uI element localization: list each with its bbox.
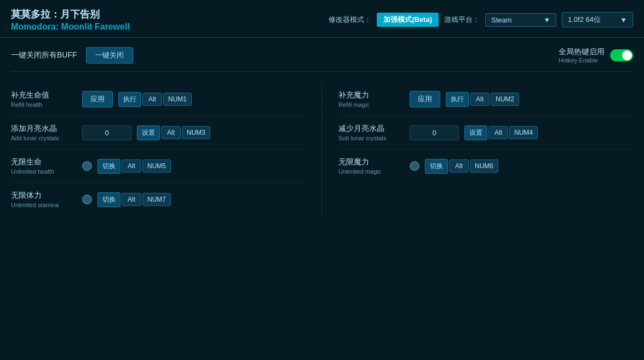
unlimited-magic-en: Unlimited magic <box>338 168 404 175</box>
add-lunar-input[interactable] <box>82 125 131 140</box>
refill-magic-label: 补充魔力 Refill magic <box>338 90 404 108</box>
platform-select[interactable]: Steam ▼ <box>485 13 556 27</box>
content: 一键关闭所有BUFF 一键关闭 全局热键启用 Hotkey Enable 补充生… <box>0 38 644 225</box>
option-refill-magic: 补充魔力 Refill magic 应用 执行 Alt NUM2 <box>338 83 633 116</box>
top-bar: 一键关闭所有BUFF 一键关闭 全局热键启用 Hotkey Enable <box>11 47 633 72</box>
platform-value: Steam <box>491 16 512 24</box>
platform-chevron-icon: ▼ <box>543 16 550 24</box>
option-sub-lunar: 减少月亮水晶 Sub lunar crystals 设置 Alt NUM4 <box>338 116 633 150</box>
refill-health-label: 补充生命值 Refill health <box>11 90 77 108</box>
mode-badge: 加强模式(Beta) <box>377 13 439 27</box>
option-refill-health: 补充生命值 Refill health 应用 执行 Alt NUM1 <box>11 83 305 116</box>
unlimited-stamina-num7-key: NUM7 <box>142 193 171 206</box>
refill-magic-action-button[interactable]: 执行 <box>446 92 469 107</box>
unlimited-stamina-label: 无限体力 Unlimited stamina <box>11 191 77 208</box>
mode-label: 修改器模式： <box>329 15 371 25</box>
refill-magic-alt-key: Alt <box>470 93 490 106</box>
option-unlimited-health: 无限生命 Unlimited health 切换 Alt NUM5 <box>11 150 305 183</box>
sub-lunar-action-button[interactable]: 设置 <box>464 125 487 140</box>
unlimited-magic-num6-key: NUM6 <box>470 159 498 173</box>
unlimited-stamina-hotkey: 切换 Alt NUM7 <box>97 192 171 207</box>
version-chevron-icon: ▼ <box>620 16 627 24</box>
sub-lunar-zh: 减少月亮水晶 <box>338 124 404 134</box>
unlimited-health-action-button[interactable]: 切换 <box>97 159 120 174</box>
refill-magic-en: Refill magic <box>338 101 404 108</box>
unlimited-magic-zh: 无限魔力 <box>338 157 404 167</box>
unlimited-stamina-en: Unlimited stamina <box>11 202 77 208</box>
sub-lunar-alt-key: Alt <box>488 126 508 139</box>
add-lunar-hotkey: 设置 Alt NUM3 <box>137 125 210 140</box>
add-lunar-zh: 添加月亮水晶 <box>11 124 77 134</box>
refill-health-zh: 补充生命值 <box>11 90 77 100</box>
refill-magic-apply-button[interactable]: 应用 <box>410 91 440 107</box>
unlimited-magic-alt-key: Alt <box>449 159 469 173</box>
close-all-button[interactable]: 一键关闭 <box>86 47 133 64</box>
platform-label: 游戏平台： <box>444 15 480 25</box>
option-unlimited-magic: 无限魔力 Unlimited magic 切换 Alt NUM6 <box>338 150 633 182</box>
unlimited-health-en: Unlimited health <box>11 168 77 175</box>
game-title-en: Momodora: Moonlit Farewell <box>11 22 130 32</box>
add-lunar-num3-key: NUM3 <box>182 126 210 139</box>
buff-section: 一键关闭所有BUFF 一键关闭 <box>11 47 133 64</box>
unlimited-health-alt-key: Alt <box>122 159 141 173</box>
left-column: 补充生命值 Refill health 应用 执行 Alt NUM1 添加月亮水… <box>11 83 322 216</box>
refill-health-alt-key: Alt <box>142 93 162 106</box>
option-add-lunar: 添加月亮水晶 Add lunar crystals 设置 Alt NUM3 <box>11 116 305 150</box>
add-lunar-label: 添加月亮水晶 Add lunar crystals <box>11 124 77 141</box>
unlimited-magic-action-button[interactable]: 切换 <box>425 159 448 174</box>
unlimited-magic-hotkey: 切换 Alt NUM6 <box>425 159 498 174</box>
sub-lunar-en: Sub lunar crystals <box>338 135 404 141</box>
unlimited-health-label: 无限生命 Unlimited health <box>11 157 77 175</box>
add-lunar-alt-key: Alt <box>161 126 181 139</box>
unlimited-stamina-toggle[interactable] <box>82 195 92 204</box>
unlimited-stamina-zh: 无限体力 <box>11 191 77 201</box>
refill-health-en: Refill health <box>11 101 77 108</box>
refill-magic-zh: 补充魔力 <box>338 90 404 100</box>
version-select[interactable]: 1.0f2 64位 ▼ <box>562 12 633 27</box>
game-title-zh: 莫莫多拉：月下告别 <box>11 8 130 21</box>
refill-magic-hotkey: 执行 Alt NUM2 <box>446 92 519 107</box>
unlimited-health-toggle[interactable] <box>82 161 92 171</box>
refill-health-apply-button[interactable]: 应用 <box>82 91 113 107</box>
sub-lunar-label: 减少月亮水晶 Sub lunar crystals <box>338 124 404 141</box>
header-right: 修改器模式： 加强模式(Beta) 游戏平台： Steam ▼ 1.0f2 64… <box>329 12 633 27</box>
hotkey-label-zh: 全局热键启用 <box>559 47 605 56</box>
refill-magic-num2-key: NUM2 <box>491 93 519 106</box>
right-column: 补充魔力 Refill magic 应用 执行 Alt NUM2 减少月亮水晶 … <box>322 83 633 216</box>
options-grid: 补充生命值 Refill health 应用 执行 Alt NUM1 添加月亮水… <box>11 83 633 216</box>
unlimited-magic-label: 无限魔力 Unlimited magic <box>338 157 404 175</box>
unlimited-magic-toggle[interactable] <box>410 161 419 171</box>
unlimited-stamina-action-button[interactable]: 切换 <box>97 192 120 207</box>
refill-health-action-button[interactable]: 执行 <box>118 92 141 107</box>
version-value: 1.0f2 64位 <box>568 15 601 25</box>
hotkey-section: 全局热键启用 Hotkey Enable <box>559 47 633 64</box>
add-lunar-action-button[interactable]: 设置 <box>137 125 160 140</box>
refill-health-hotkey: 执行 Alt NUM1 <box>118 92 192 107</box>
refill-health-num1-key: NUM1 <box>163 93 192 106</box>
sub-lunar-hotkey: 设置 Alt NUM4 <box>464 125 538 140</box>
option-unlimited-stamina: 无限体力 Unlimited stamina 切换 Alt NUM7 <box>11 183 305 216</box>
sub-lunar-input[interactable] <box>410 125 459 140</box>
unlimited-health-num5-key: NUM5 <box>142 159 171 173</box>
hotkey-label-en: Hotkey Enable <box>559 57 605 64</box>
unlimited-stamina-alt-key: Alt <box>122 193 141 206</box>
unlimited-health-zh: 无限生命 <box>11 157 77 167</box>
title-block: 莫莫多拉：月下告别 Momodora: Moonlit Farewell <box>11 8 130 32</box>
buff-label: 一键关闭所有BUFF <box>11 50 77 60</box>
hotkey-toggle[interactable] <box>610 49 633 61</box>
sub-lunar-num4-key: NUM4 <box>509 126 538 139</box>
header: 莫莫多拉：月下告别 Momodora: Moonlit Farewell 修改器… <box>0 0 644 38</box>
add-lunar-en: Add lunar crystals <box>11 135 77 141</box>
hotkey-label-block: 全局热键启用 Hotkey Enable <box>559 47 605 64</box>
unlimited-health-hotkey: 切换 Alt NUM5 <box>97 159 171 174</box>
